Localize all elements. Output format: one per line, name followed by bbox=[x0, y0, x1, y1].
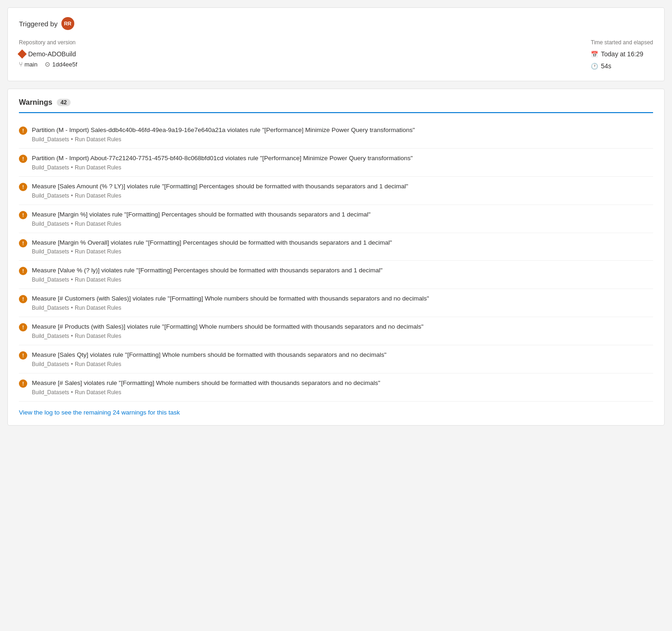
warnings-list: ! Partition (M - Import) Sales-ddb4c40b-… bbox=[19, 120, 653, 402]
warning-icon: ! bbox=[19, 211, 27, 219]
warning-icon: ! bbox=[19, 379, 27, 388]
warnings-title: Warnings bbox=[19, 98, 52, 107]
warnings-card: Warnings 42 ! Partition (M - Import) Sal… bbox=[7, 89, 665, 426]
repo-section: Repository and version Demo-ADOBuild ⑂ m… bbox=[19, 39, 77, 68]
warning-item: ! Measure [Value % (? ly)] violates rule… bbox=[19, 261, 653, 289]
commit-item: ⊙ 1dd4ee5f bbox=[45, 60, 77, 68]
warning-message: Partition (M - Import) About-77c21240-77… bbox=[32, 154, 653, 163]
warning-icon: ! bbox=[19, 323, 27, 331]
warning-item: ! Measure [# Sales] violates rule "[Form… bbox=[19, 373, 653, 402]
warning-sub: Build_Datasets•Run Dataset Rules bbox=[32, 164, 653, 171]
warning-sub: Build_Datasets•Run Dataset Rules bbox=[32, 136, 653, 143]
warning-content: Measure [# Sales] violates rule "[Format… bbox=[32, 379, 653, 396]
clock-icon: 🕐 bbox=[591, 63, 598, 70]
warning-sub: Build_Datasets•Run Dataset Rules bbox=[32, 361, 653, 367]
warning-icon: ! bbox=[19, 267, 27, 275]
warning-icon: ! bbox=[19, 126, 27, 135]
time-section: Time started and elapsed 📅 Today at 16:2… bbox=[591, 39, 653, 72]
triggered-card: Triggered by RR Repository and version D… bbox=[7, 7, 665, 81]
warning-content: Measure [Value % (? ly)] violates rule "… bbox=[32, 266, 653, 283]
warning-message: Measure [Margin %] violates rule "[Forma… bbox=[32, 210, 653, 219]
repo-name-text: Demo-ADOBuild bbox=[28, 50, 76, 58]
warning-sub: Build_Datasets•Run Dataset Rules bbox=[32, 221, 653, 227]
warning-message: Measure [# Products (with Sales)] violat… bbox=[32, 323, 653, 331]
branch-icon: ⑂ bbox=[19, 60, 23, 68]
time-started-text: Today at 16:29 bbox=[601, 50, 643, 58]
warning-icon: ! bbox=[19, 183, 27, 191]
branch-text: main bbox=[24, 61, 37, 68]
commit-icon: ⊙ bbox=[45, 60, 50, 68]
warning-content: Measure [Sales Qty] violates rule "[Form… bbox=[32, 351, 653, 367]
commit-text: 1dd4ee5f bbox=[52, 61, 77, 68]
warning-content: Measure [# Products (with Sales)] violat… bbox=[32, 323, 653, 339]
branch-item: ⑂ main bbox=[19, 60, 37, 68]
warning-content: Measure [Margin % Overall] violates rule… bbox=[32, 239, 653, 255]
view-log-link[interactable]: View the log to see the remaining 24 war… bbox=[19, 409, 180, 416]
warning-content: Measure [# Customers (with Sales)] viola… bbox=[32, 294, 653, 311]
warning-item: ! Measure [Margin %] violates rule "[For… bbox=[19, 205, 653, 233]
time-elapsed-text: 54s bbox=[601, 62, 612, 70]
triggered-row: Triggered by RR bbox=[19, 17, 653, 30]
warning-message: Measure [Value % (? ly)] violates rule "… bbox=[32, 266, 653, 275]
warning-icon: ! bbox=[19, 239, 27, 247]
calendar-icon: 📅 bbox=[591, 51, 598, 58]
time-label: Time started and elapsed bbox=[591, 39, 653, 46]
time-started-row: 📅 Today at 16:29 bbox=[591, 50, 653, 58]
repo-name-row: Demo-ADOBuild bbox=[19, 50, 77, 58]
warning-content: Measure [Sales Amount (% ? LY)] violates… bbox=[32, 182, 653, 199]
warning-sub: Build_Datasets•Run Dataset Rules bbox=[32, 305, 653, 311]
warning-sub: Build_Datasets•Run Dataset Rules bbox=[32, 192, 653, 199]
warning-item: ! Measure [Sales Qty] violates rule "[Fo… bbox=[19, 345, 653, 373]
warning-icon: ! bbox=[19, 351, 27, 360]
warning-content: Partition (M - Import) About-77c21240-77… bbox=[32, 154, 653, 171]
warning-item: ! Measure [Margin % Overall] violates ru… bbox=[19, 233, 653, 261]
triggered-label: Triggered by bbox=[19, 20, 58, 28]
warning-content: Measure [Margin %] violates rule "[Forma… bbox=[32, 210, 653, 227]
meta-row: Repository and version Demo-ADOBuild ⑂ m… bbox=[19, 39, 653, 72]
warning-content: Partition (M - Import) Sales-ddb4c40b-46… bbox=[32, 126, 653, 143]
warning-message: Measure [Sales Amount (% ? LY)] violates… bbox=[32, 182, 653, 191]
time-elapsed-row: 🕐 54s bbox=[591, 62, 653, 70]
warning-sub: Build_Datasets•Run Dataset Rules bbox=[32, 276, 653, 283]
warning-message: Measure [# Customers (with Sales)] viola… bbox=[32, 294, 653, 303]
repo-label: Repository and version bbox=[19, 39, 77, 46]
avatar: RR bbox=[61, 17, 74, 30]
warning-message: Measure [Margin % Overall] violates rule… bbox=[32, 239, 653, 247]
repo-icon bbox=[18, 49, 27, 59]
warnings-badge: 42 bbox=[57, 99, 70, 106]
warning-message: Measure [# Sales] violates rule "[Format… bbox=[32, 379, 653, 388]
warnings-header: Warnings 42 bbox=[19, 98, 653, 113]
warning-icon: ! bbox=[19, 155, 27, 163]
branch-commit-row: ⑂ main ⊙ 1dd4ee5f bbox=[19, 60, 77, 68]
warning-item: ! Partition (M - Import) Sales-ddb4c40b-… bbox=[19, 120, 653, 149]
warning-sub: Build_Datasets•Run Dataset Rules bbox=[32, 333, 653, 339]
warning-item: ! Measure [# Products (with Sales)] viol… bbox=[19, 317, 653, 345]
warning-item: ! Measure [# Customers (with Sales)] vio… bbox=[19, 289, 653, 317]
warning-sub: Build_Datasets•Run Dataset Rules bbox=[32, 389, 653, 396]
warning-item: ! Measure [Sales Amount (% ? LY)] violat… bbox=[19, 177, 653, 205]
warning-item: ! Partition (M - Import) About-77c21240-… bbox=[19, 149, 653, 177]
warning-message: Partition (M - Import) Sales-ddb4c40b-46… bbox=[32, 126, 653, 135]
warning-icon: ! bbox=[19, 295, 27, 303]
warning-sub: Build_Datasets•Run Dataset Rules bbox=[32, 248, 653, 255]
warning-message: Measure [Sales Qty] violates rule "[Form… bbox=[32, 351, 653, 360]
